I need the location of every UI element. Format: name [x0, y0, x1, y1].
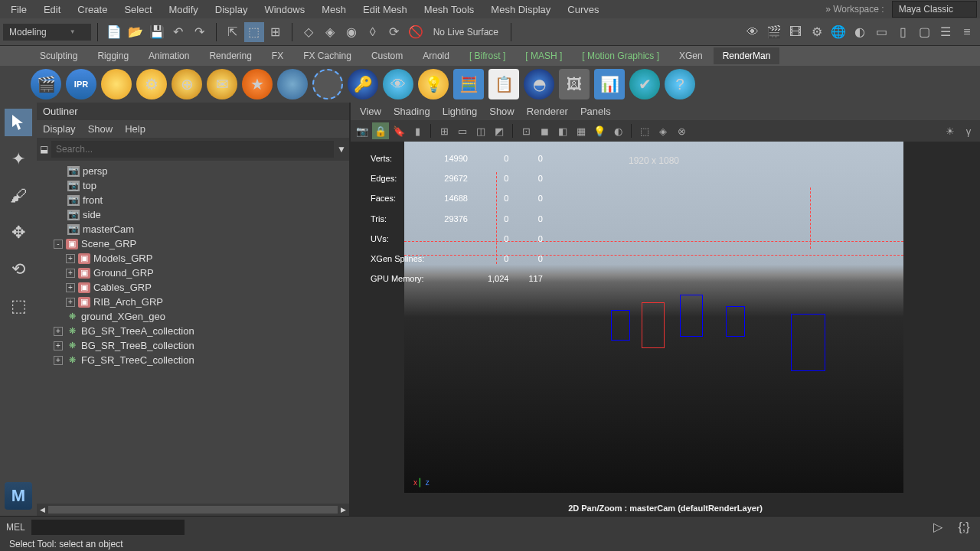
list-item[interactable]: 📷top — [37, 178, 349, 193]
tab-mash[interactable]: [ MASH ] — [516, 47, 571, 64]
expand-icon[interactable]: - — [54, 240, 63, 249]
vp-menu-renderer[interactable]: Renderer — [527, 106, 568, 117]
menu-curves[interactable]: Curves — [560, 1, 606, 18]
script-editor-icon[interactable]: {;} — [954, 517, 974, 537]
wireframe-icon[interactable]: ⊡ — [518, 122, 534, 139]
shelf-star-icon[interactable]: ★ — [242, 69, 273, 99]
tab-fx[interactable]: FX — [263, 47, 292, 64]
select-by-hierarchy-icon[interactable]: ⇱ — [223, 22, 243, 42]
search-input[interactable] — [51, 141, 334, 158]
paint-tool-icon[interactable]: 🖌 — [5, 182, 32, 210]
list-item[interactable]: +❋BG_SR_TreeA_collection — [37, 324, 349, 338]
outliner-hscroll[interactable]: ◀▶ — [37, 504, 349, 516]
menu-edit-mesh[interactable]: Edit Mesh — [355, 1, 415, 18]
vp-menu-shading[interactable]: Shading — [394, 106, 430, 117]
vp-menu-show[interactable]: Show — [489, 106, 514, 117]
menu-modify[interactable]: Modify — [162, 1, 206, 18]
select-by-component-icon[interactable]: ⊞ — [266, 22, 286, 42]
snap-grid-icon[interactable]: ◇ — [299, 22, 318, 42]
tab-rendering[interactable]: Rendering — [200, 47, 260, 64]
shaded-icon[interactable]: ◼ — [536, 122, 553, 139]
tab-rigging[interactable]: Rigging — [88, 47, 138, 64]
menu-mesh-tools[interactable]: Mesh Tools — [416, 1, 482, 18]
shelf-sphere-icon[interactable] — [277, 69, 308, 99]
save-scene-icon[interactable]: 💾 — [147, 22, 167, 42]
list-item[interactable]: -▣Scene_GRP — [37, 236, 349, 251]
shelf-calc-icon[interactable]: 🧮 — [453, 69, 484, 99]
render-globals-icon[interactable]: 🌐 — [828, 22, 848, 42]
menu-display[interactable]: Display — [207, 1, 256, 18]
isolate-icon[interactable]: ⬚ — [636, 122, 653, 139]
shelf-holdout-icon[interactable] — [312, 69, 343, 99]
lasso-tool-icon[interactable]: ✦ — [5, 145, 32, 173]
shelf-key-icon[interactable]: 🔑 — [348, 69, 378, 99]
expand-icon[interactable]: + — [54, 356, 63, 365]
shelf-render-icon[interactable]: 🎬 — [31, 69, 61, 99]
layout-3-icon[interactable]: ▢ — [914, 22, 934, 42]
vp-menu-lighting[interactable]: Lighting — [443, 106, 478, 117]
list-item[interactable]: 📷front — [37, 193, 349, 207]
list-item[interactable]: 📷masterCam — [37, 222, 349, 236]
mel-label[interactable]: MEL — [6, 522, 25, 533]
shelf-editor-icon[interactable]: 📋 — [488, 69, 519, 99]
snap-curve-icon[interactable]: ◈ — [320, 22, 340, 42]
shelf-dome-icon[interactable]: ⊕ — [172, 69, 202, 99]
expand-icon[interactable]: + — [66, 269, 75, 278]
bookmark-icon[interactable]: 🔖 — [390, 122, 407, 139]
image-plane-icon[interactable]: ▮ — [409, 122, 426, 139]
outliner-tree[interactable]: 📷persp📷top📷front📷side📷masterCam-▣Scene_G… — [37, 161, 349, 504]
exposure-icon[interactable]: ☀ — [942, 122, 959, 139]
gate-mask-icon[interactable]: ◩ — [491, 122, 508, 139]
vp-menu-view[interactable]: View — [360, 106, 381, 117]
camera-lock-icon[interactable]: 🔒 — [372, 122, 389, 139]
xray-joints-icon[interactable]: ⊗ — [673, 122, 690, 139]
shelf-image-icon[interactable]: 🖼 — [559, 69, 590, 99]
select-tool-icon[interactable] — [5, 109, 32, 136]
menu-file[interactable]: File — [3, 1, 34, 18]
mode-selector[interactable]: Modeling — [3, 24, 91, 41]
expand-icon[interactable]: + — [54, 327, 63, 336]
shelf-eye-icon[interactable]: 👁 — [383, 69, 413, 99]
select-by-object-icon[interactable]: ⬚ — [244, 22, 264, 42]
list-item[interactable]: ❋ground_XGen_geo — [37, 309, 349, 324]
render-view-icon[interactable]: 👁 — [743, 22, 763, 42]
shelf-check-icon[interactable]: ✔ — [629, 69, 660, 99]
menu-create[interactable]: Create — [70, 1, 115, 18]
list-item[interactable]: +▣Models_GRP — [37, 251, 349, 266]
list-item[interactable]: +▣Ground_GRP — [37, 266, 349, 280]
expand-icon[interactable]: + — [54, 341, 63, 350]
tab-arnold[interactable]: Arnold — [413, 47, 459, 64]
tab-animation[interactable]: Animation — [139, 47, 198, 64]
tab-renderman[interactable]: RenderMan — [714, 47, 780, 64]
shadows-icon[interactable]: ◐ — [609, 122, 626, 139]
list-item[interactable]: 📷persp — [37, 164, 349, 178]
menu-mesh[interactable]: Mesh — [314, 1, 354, 18]
snap-plane-icon[interactable]: ◊ — [363, 22, 383, 42]
tab-bifrost[interactable]: [ Bifrost ] — [460, 47, 514, 64]
vp-menu-panels[interactable]: Panels — [580, 106, 611, 117]
list-item[interactable]: +❋FG_SR_TreeC_collection — [37, 353, 349, 367]
render-settings-icon[interactable]: ⚙ — [807, 22, 827, 42]
search-dropdown-icon[interactable]: ▼ — [337, 144, 346, 155]
list-item[interactable]: +▣RIB_Arch_GRP — [37, 295, 349, 309]
xray-icon[interactable]: ◈ — [655, 122, 671, 139]
textured-icon[interactable]: ▦ — [573, 122, 590, 139]
expand-icon[interactable]: + — [66, 283, 75, 292]
tab-fx-caching[interactable]: FX Caching — [294, 47, 361, 64]
wireframe-shaded-icon[interactable]: ◧ — [554, 122, 571, 139]
menu-edit[interactable]: Edit — [36, 1, 68, 18]
grid-icon[interactable]: ⊞ — [436, 122, 452, 139]
snap-live-icon[interactable]: ⟳ — [384, 22, 404, 42]
expand-icon[interactable]: + — [66, 254, 75, 263]
move-tool-icon[interactable]: ✥ — [5, 219, 32, 246]
shelf-help-icon[interactable]: ? — [665, 69, 695, 99]
menu-mesh-display[interactable]: Mesh Display — [483, 1, 558, 18]
tab-sculpting[interactable]: Sculpting — [31, 47, 87, 64]
list-item[interactable]: +▣Cables_GRP — [37, 280, 349, 295]
outliner-menu-display[interactable]: Display — [43, 123, 76, 135]
menu-windows[interactable]: Windows — [256, 1, 312, 18]
snap-point-icon[interactable]: ◉ — [341, 22, 361, 42]
gamma-icon[interactable]: γ — [960, 122, 977, 139]
resolution-gate-icon[interactable]: ◫ — [472, 122, 489, 139]
lights-icon[interactable]: 💡 — [591, 122, 608, 139]
